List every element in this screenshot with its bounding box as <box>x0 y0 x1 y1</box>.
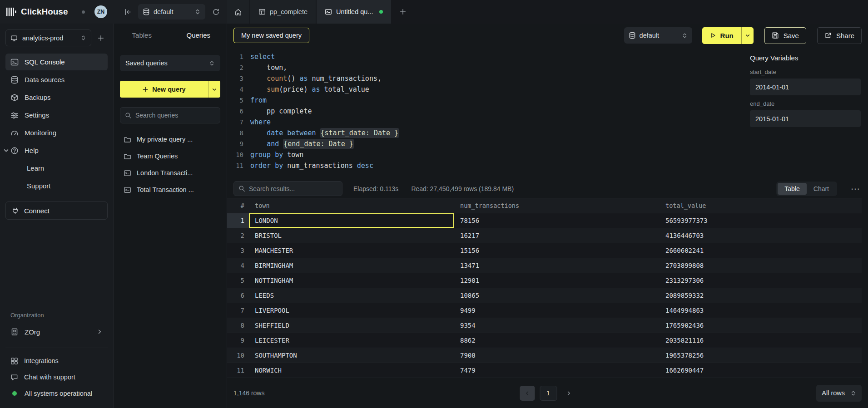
end-date-input[interactable] <box>750 110 861 127</box>
cell-town[interactable]: LIVERPOOL <box>249 303 454 318</box>
cell-total-value[interactable]: 2703899808 <box>660 258 862 273</box>
topbar-database-select[interactable]: default <box>138 4 205 20</box>
sidebar-item-learn[interactable]: Learn <box>5 160 108 177</box>
organization-item[interactable]: ZOrg <box>5 323 108 340</box>
code-line[interactable]: 8 date between {start_date: Date } <box>227 128 746 138</box>
tab-queries[interactable]: Queries <box>170 24 227 47</box>
row-index[interactable]: 8 <box>227 318 249 333</box>
share-button[interactable]: Share <box>817 27 862 44</box>
cell-town[interactable]: LEICESTER <box>249 333 454 348</box>
cell-town[interactable]: NOTTINGHAM <box>249 273 454 288</box>
sidebar-item-sql-console[interactable]: SQL Console <box>5 54 108 70</box>
cell-num-transactions[interactable]: 9354 <box>454 318 660 333</box>
table-row[interactable]: 2BRISTOL162174136446703 <box>227 228 862 243</box>
cell-town[interactable]: BIRMINGHAM <box>249 258 454 273</box>
cell-total-value[interactable]: 1765902436 <box>660 318 862 333</box>
sidebar-item-chat-support[interactable]: Chat with support <box>5 370 108 384</box>
user-avatar[interactable]: ZN <box>94 5 107 18</box>
cell-town[interactable]: BRISTOL <box>249 228 454 243</box>
cell-num-transactions[interactable]: 12981 <box>454 273 660 288</box>
sidebar-item-data-sources[interactable]: Data sources <box>5 71 108 88</box>
code-line[interactable]: 4 sum(price) as total_value <box>227 84 746 95</box>
refresh-button[interactable] <box>209 5 223 19</box>
connect-button[interactable]: Connect <box>5 202 108 220</box>
cell-num-transactions[interactable]: 13471 <box>454 258 660 273</box>
cell-num-transactions[interactable]: 8862 <box>454 333 660 348</box>
row-index[interactable]: 3 <box>227 243 249 258</box>
cell-total-value[interactable]: 2660602241 <box>660 243 862 258</box>
collapse-panel-button[interactable] <box>121 5 134 19</box>
cell-num-transactions[interactable]: 7479 <box>454 363 660 378</box>
sidebar-item-support[interactable]: Support <box>5 177 108 194</box>
search-queries-input[interactable] <box>135 112 215 119</box>
code-line[interactable]: 6 pp_complete <box>227 106 746 117</box>
sidebar-item-help[interactable]: Help <box>5 142 108 159</box>
column-header-num-transactions[interactable]: num_transactions <box>454 198 660 213</box>
view-chart-button[interactable]: Chart <box>807 183 836 195</box>
cell-town[interactable]: SOUTHAMPTON <box>249 348 454 363</box>
sql-editor[interactable]: 1select2 town,3 count() as num_transacti… <box>227 47 746 179</box>
code-line[interactable]: 9 and {end_date: Date } <box>227 138 746 149</box>
cell-town[interactable]: SHEFFIELD <box>249 318 454 333</box>
tab-untitled-query[interactable]: Untitled qu... <box>317 0 391 24</box>
sidebar-item-integrations[interactable]: Integrations <box>5 354 108 368</box>
query-title-tab[interactable]: My new saved query <box>233 28 309 43</box>
code-line[interactable]: 7where <box>227 117 746 128</box>
cell-town[interactable]: LONDON <box>249 213 454 228</box>
cell-total-value[interactable]: 2313297306 <box>660 273 862 288</box>
cell-num-transactions[interactable]: 7908 <box>454 348 660 363</box>
saved-queries-select[interactable]: Saved queries <box>120 55 220 71</box>
cell-num-transactions[interactable]: 15156 <box>454 243 660 258</box>
run-options-caret-button[interactable] <box>741 27 754 44</box>
sidebar-item-backups[interactable]: Backups <box>5 89 108 106</box>
sidebar-item-settings[interactable]: Settings <box>5 107 108 123</box>
cell-num-transactions[interactable]: 78156 <box>454 213 660 228</box>
table-row[interactable]: 11NORWICH74791662690447 <box>227 363 862 378</box>
row-index[interactable]: 1 <box>227 213 249 228</box>
table-row[interactable]: 7LIVERPOOL94991464994863 <box>227 303 862 318</box>
cell-total-value[interactable]: 2035821116 <box>660 333 862 348</box>
row-index[interactable]: 10 <box>227 348 249 363</box>
table-row[interactable]: 3MANCHESTER151562660602241 <box>227 243 862 258</box>
save-button[interactable]: Save <box>764 27 806 44</box>
code-line[interactable]: 5from <box>227 95 746 106</box>
row-index[interactable]: 5 <box>227 273 249 288</box>
cell-town[interactable]: NORWICH <box>249 363 454 378</box>
cell-town[interactable]: MANCHESTER <box>249 243 454 258</box>
search-results-input[interactable] <box>249 185 337 192</box>
results-more-button[interactable]: ⋯ <box>849 184 862 193</box>
cell-total-value[interactable]: 2089859332 <box>660 288 862 303</box>
row-index[interactable]: 11 <box>227 363 249 378</box>
row-index[interactable]: 6 <box>227 288 249 303</box>
code-line[interactable]: 2 town, <box>227 62 746 73</box>
column-header-total-value[interactable]: total_value <box>660 198 862 213</box>
tab-tables[interactable]: Tables <box>114 24 170 47</box>
column-header-town[interactable]: town <box>249 198 454 213</box>
cell-num-transactions[interactable]: 10865 <box>454 288 660 303</box>
service-select[interactable]: analytics-prod <box>5 29 91 46</box>
sidebar-item-monitoring[interactable]: Monitoring <box>5 124 108 141</box>
table-row[interactable]: 10SOUTHAMPTON79081965378256 <box>227 348 862 363</box>
add-service-button[interactable] <box>94 30 108 46</box>
cell-total-value[interactable]: 56593977373 <box>660 213 862 228</box>
new-tab-button[interactable] <box>392 0 414 24</box>
row-index[interactable]: 2 <box>227 228 249 243</box>
next-page-button[interactable] <box>562 386 575 400</box>
current-page-indicator[interactable]: 1 <box>540 386 557 401</box>
table-row[interactable]: 4BIRMINGHAM134712703899808 <box>227 258 862 273</box>
cell-num-transactions[interactable]: 16217 <box>454 228 660 243</box>
start-date-input[interactable] <box>750 79 861 95</box>
code-line[interactable]: 3 count() as num_transactions, <box>227 73 746 84</box>
table-row[interactable]: 8SHEFFIELD93541765902436 <box>227 318 862 333</box>
code-line[interactable]: 1select <box>227 51 746 62</box>
table-row[interactable]: 5NOTTINGHAM129812313297306 <box>227 273 862 288</box>
code-line[interactable]: 11order by num_transactions desc <box>227 160 746 171</box>
code-line[interactable]: 10group by town <box>227 149 746 160</box>
run-button[interactable]: Run <box>702 27 741 44</box>
row-index[interactable]: 9 <box>227 333 249 348</box>
list-item-saved-query[interactable]: London Transacti... <box>120 165 220 181</box>
cell-town[interactable]: LEEDS <box>249 288 454 303</box>
new-query-button[interactable]: New query <box>120 81 208 98</box>
list-item-folder[interactable]: Team Queries <box>120 148 220 164</box>
table-row[interactable]: 6LEEDS108652089859332 <box>227 288 862 303</box>
